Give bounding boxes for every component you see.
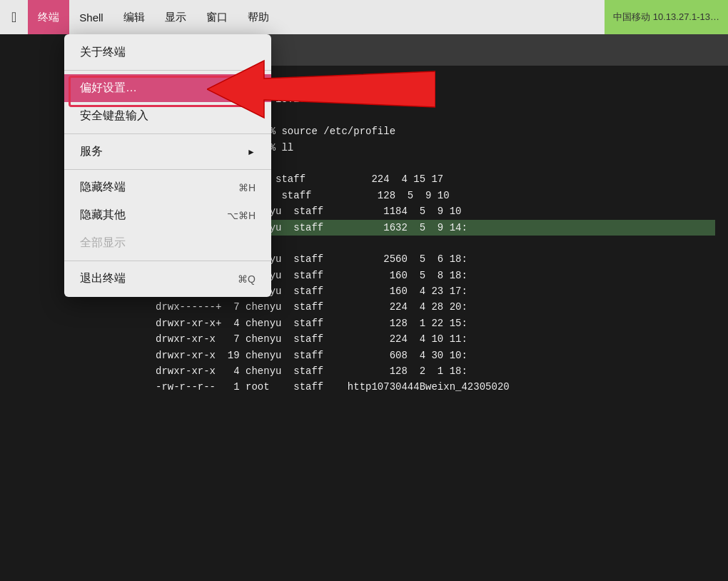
terminal-line: drwxr-xr-x 19 chenyu staff 608 4 30 10: [156, 350, 467, 361]
menu-item-secure-keyboard[interactable]: 安全键盘输入 [64, 102, 271, 130]
menu-item-services[interactable]: 服务 ► [64, 138, 271, 166]
menu-item-hide-others[interactable]: 隐藏其他 ⌥⌘H [64, 201, 271, 229]
terminal-dropdown-menu: 关于终端 偏好设置… 安全键盘输入 服务 ► 隐藏终端 ⌘H 隐藏其他 ⌥⌘H … [64, 34, 271, 297]
terminal-menu-item[interactable]: 终端 [28, 0, 69, 34]
menu-item-about[interactable]: 关于终端 [64, 39, 271, 66]
menu-item-preferences[interactable]: 偏好设置… [64, 74, 271, 102]
apple-icon:  [11, 9, 16, 26]
menu-separator-2 [64, 133, 271, 134]
menu-separator-3 [64, 169, 271, 170]
menu-item-show-all: 全部显示 [64, 229, 271, 257]
terminal-line: drwx------+ 7 chenyu staff 224 4 28 20: [156, 301, 467, 313]
shell-menu-item[interactable]: Shell [69, 0, 113, 34]
window-menu-item[interactable]: 窗口 [196, 0, 238, 34]
edit-menu-item[interactable]: 编辑 [113, 0, 155, 34]
menu-separator-1 [64, 70, 271, 71]
menu-item-quit[interactable]: 退出终端 ⌘Q [64, 265, 271, 293]
network-status: 中国移动 10.13.27.1-13… [605, 0, 728, 34]
help-menu-item[interactable]: 帮助 [238, 0, 279, 34]
terminal-line: drwxr-xr-x 7 chenyu staff 224 4 10 11: [156, 333, 467, 345]
submenu-arrow-icon: ► [247, 147, 256, 157]
terminal-line: drwxr-xr-x+ 4 chenyu staff 128 1 22 15: [156, 318, 467, 329]
apple-menu-item[interactable]:  [0, 0, 28, 34]
terminal-line: drwxr-xr-x 4 chenyu staff 128 2 1 18: [156, 365, 467, 377]
terminal-line: -rw-r--r-- 1 root staff http10730444Bwei… [156, 381, 510, 393]
view-menu-item[interactable]: 显示 [155, 0, 196, 34]
menu-separator-4 [64, 261, 271, 261]
menu-item-hide-terminal[interactable]: 隐藏终端 ⌘H [64, 173, 271, 201]
menubar:  终端 Shell 编辑 显示 窗口 帮助 中国移动 10.13.27.1-1… [0, 0, 728, 34]
